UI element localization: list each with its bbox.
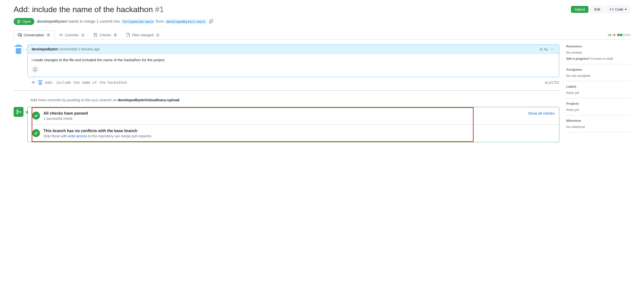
checks-subtitle: 1 successful check xyxy=(44,116,88,120)
code-icon xyxy=(610,8,614,11)
comment-icon xyxy=(18,33,22,37)
pr-icon xyxy=(17,20,21,24)
write-access-link[interactable]: write access xyxy=(68,134,87,138)
tab-commits[interactable]: Commits 1 xyxy=(55,30,90,40)
pr-title: Add: include the name of the hackathon #… xyxy=(14,5,569,14)
tip-button[interactable]: Tip xyxy=(539,48,548,51)
commit-row: Add: include the name of the hackathon a… xyxy=(14,77,559,88)
commit-message[interactable]: Add: include the name of the hackathon xyxy=(45,80,542,84)
checks-title: All checks have passed xyxy=(44,111,88,116)
comment-time[interactable]: 2 minutes ago xyxy=(78,47,100,51)
comment-box: developedbyteri commented 2 minutes ago … xyxy=(28,44,559,77)
avatar[interactable] xyxy=(38,80,43,85)
comment-body: I made changes to the file and included … xyxy=(28,54,559,66)
conflicts-title: This branch has no conflicts with the ba… xyxy=(44,129,152,133)
gitpod-button[interactable]: Gitpod xyxy=(571,6,588,13)
edit-button[interactable]: Edit xyxy=(590,6,604,13)
check-icon xyxy=(32,129,40,137)
commit-dot-icon xyxy=(31,80,35,84)
base-branch[interactable]: Terieyenike:main xyxy=(121,19,155,24)
issue-number: #1 xyxy=(155,5,164,14)
diffstat: +2 −0 xyxy=(608,30,630,39)
merge-status-icon xyxy=(14,107,24,117)
file-diff-icon xyxy=(126,33,130,37)
sidebar-milestone[interactable]: Milestone No milestone xyxy=(566,115,630,132)
convert-to-draft[interactable]: Convert to draft xyxy=(591,57,613,60)
smiley-icon xyxy=(33,68,37,71)
add-reaction-button[interactable] xyxy=(32,66,38,73)
commit-icon xyxy=(59,33,63,37)
triangle-icon xyxy=(539,48,543,51)
tab-files-changed[interactable]: Files changed 1 xyxy=(122,30,164,40)
conflicts-subtitle: Only those with write access to this rep… xyxy=(44,134,152,138)
sidebar-labels[interactable]: Labels None yet xyxy=(566,81,630,98)
sidebar-reviewers[interactable]: Reviewers No reviews Still in progress? … xyxy=(566,44,630,64)
push-hint: Add more commits by pushing to the main … xyxy=(14,96,559,107)
show-all-checks[interactable]: Show all checks xyxy=(528,111,554,115)
copy-icon[interactable] xyxy=(209,19,213,24)
head-branch[interactable]: developedbyteri:main xyxy=(165,19,207,24)
sidebar-assignees[interactable]: Assignees No one assigned xyxy=(566,64,630,81)
chevron-down-icon xyxy=(625,9,627,10)
author-link[interactable]: developedbyteri xyxy=(37,19,67,24)
sidebar-projects[interactable]: Projects None yet xyxy=(566,98,630,115)
tab-conversation[interactable]: Conversation 0 xyxy=(14,30,55,40)
check-icon xyxy=(32,112,40,120)
avatar[interactable] xyxy=(14,44,24,54)
merge-box: All checks have passed 1 successful chec… xyxy=(28,107,559,142)
code-button[interactable]: Code xyxy=(606,6,630,13)
tab-checks[interactable]: Checks 0 xyxy=(90,30,122,40)
kebab-menu[interactable]: ··· xyxy=(551,47,555,51)
comment-author[interactable]: developedbyteri xyxy=(32,47,58,51)
checklist-icon xyxy=(94,33,98,37)
commit-sha[interactable]: aca1752 xyxy=(545,80,559,84)
state-badge: Open xyxy=(14,18,34,25)
